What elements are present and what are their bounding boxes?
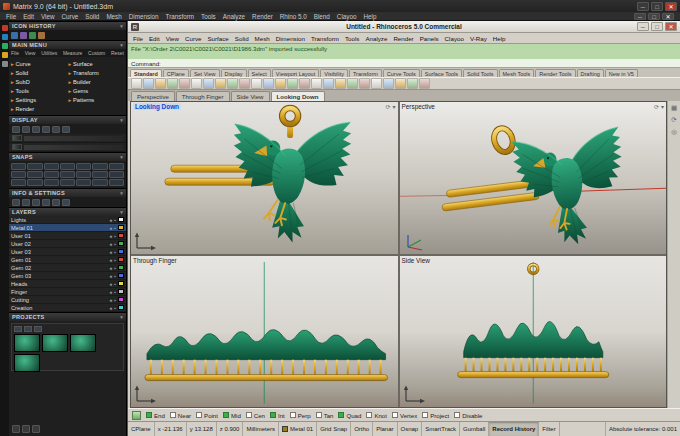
info-settings-header[interactable]: INFO & SETTINGS▾ (9, 188, 126, 197)
command-input[interactable]: Command: (128, 59, 680, 68)
icon-history-header[interactable]: ICON HISTORY▾ (9, 21, 126, 30)
rmenu-render[interactable]: Render (393, 35, 413, 42)
viewport-title[interactable]: Side View (402, 257, 430, 264)
view-rotate-icon[interactable]: ⟳ (385, 103, 390, 110)
rhino-close-icon[interactable]: ✕ (665, 22, 677, 31)
viewport-title[interactable]: Looking Down (133, 103, 181, 110)
display-preset-row[interactable] (9, 143, 126, 152)
snap-icon[interactable] (76, 171, 91, 178)
snap-icon[interactable] (11, 163, 26, 170)
panel-nav-icon[interactable] (22, 425, 30, 433)
move-icon[interactable] (263, 78, 274, 89)
maximize-icon[interactable]: □ (651, 2, 663, 11)
snap-icon[interactable] (109, 179, 124, 186)
rmenu-dimension[interactable]: Dimension (276, 35, 305, 42)
layer-color-chip[interactable] (118, 225, 124, 230)
lock-icon[interactable]: ▪ (114, 281, 116, 287)
print-icon[interactable] (167, 78, 178, 89)
history-icon[interactable] (20, 32, 27, 39)
layer-color-chip[interactable] (118, 289, 124, 294)
menu-render[interactable]: Render (252, 13, 273, 20)
layer-row[interactable]: Cutting●▪ (9, 296, 126, 304)
menu-item-render[interactable]: ▸Render (11, 104, 67, 113)
lock-icon[interactable]: ▪ (114, 241, 116, 247)
lock-icon[interactable]: ▪ (114, 249, 116, 255)
toggle-filter[interactable]: Filter (539, 422, 559, 436)
snap-icon[interactable] (27, 179, 42, 186)
checkbox-icon[interactable] (196, 412, 202, 418)
grid-toggle-icon[interactable] (395, 78, 406, 89)
snap-icon[interactable] (92, 163, 107, 170)
named-view-icon[interactable] (347, 78, 358, 89)
rail-icon[interactable] (2, 43, 8, 49)
menu-clayoo[interactable]: Clayoo (337, 13, 357, 20)
menu-analyze[interactable]: Analyze (223, 13, 245, 20)
lock-icon[interactable]: ▪ (114, 289, 116, 295)
child-restore-icon[interactable]: □ (648, 13, 660, 20)
checkbox-icon[interactable] (270, 412, 276, 418)
rail-icon[interactable] (2, 34, 8, 40)
checkbox-icon[interactable] (422, 412, 428, 418)
projects-browser[interactable] (11, 323, 124, 371)
copy-icon[interactable] (191, 78, 202, 89)
units-button[interactable]: Millimeters (243, 422, 279, 436)
layer-color-chip[interactable] (118, 217, 124, 222)
toolbar-tab-mesh-tools[interactable]: Mesh Tools (499, 69, 535, 77)
snap-icon[interactable] (60, 163, 75, 170)
history-icon[interactable] (11, 32, 18, 39)
snap-icon[interactable] (11, 171, 26, 178)
menu-item-tools[interactable]: ▸Tools (11, 86, 67, 95)
toggle-gumball[interactable]: Gumball (460, 422, 489, 436)
toolbar-tab-curve-tools[interactable]: Curve Tools (383, 69, 420, 77)
osnap-cen[interactable]: Cen (246, 412, 265, 419)
checkbox-icon[interactable] (366, 412, 372, 418)
menu-item-surface[interactable]: ▸Surface (69, 59, 125, 68)
toolbar-tab-render-tools[interactable]: Render Tools (535, 69, 575, 77)
layer-row[interactable]: Metal 01●▪ (9, 224, 126, 232)
checkbox-icon[interactable] (316, 412, 322, 418)
new-file-icon[interactable] (131, 78, 142, 89)
lock-icon[interactable]: ▪ (114, 297, 116, 303)
display-preset-row[interactable] (9, 134, 126, 143)
toggle-planar[interactable]: Planar (373, 422, 397, 436)
layer-color-chip[interactable] (118, 233, 124, 238)
view-menu-icon[interactable]: ▾ (392, 103, 395, 110)
checkbox-icon[interactable] (454, 412, 460, 418)
bulb-icon[interactable]: ● (109, 297, 112, 303)
rmenu-tools[interactable]: Tools (345, 35, 359, 42)
toolbar-tab-transform[interactable]: Transform (349, 69, 382, 77)
menu-item-gems[interactable]: ▸Gems (69, 86, 125, 95)
bulb-icon[interactable]: ● (109, 217, 112, 223)
rmenu-solid[interactable]: Solid (235, 35, 249, 42)
layer-color-chip[interactable] (118, 273, 124, 278)
rmenu-panels[interactable]: Panels (420, 35, 439, 42)
display-mode-icon[interactable] (42, 126, 50, 133)
viewport-perspective[interactable]: Perspective ⟳▾ (400, 102, 667, 254)
panel-nav-icon[interactable] (12, 425, 20, 433)
layer-row[interactable]: Gem 03●▪ (9, 272, 126, 280)
menu-file[interactable]: File (6, 13, 16, 20)
rmenu-edit[interactable]: Edit (149, 35, 160, 42)
toolbar-tab-surface-tools[interactable]: Surface Tools (421, 69, 462, 77)
menu-item-patterns[interactable]: ▸Patterns (69, 95, 125, 104)
toolbar-tab-viewport-layout[interactable]: Viewport Layout (272, 69, 319, 77)
lock-icon[interactable]: ▪ (114, 217, 116, 223)
layer-row[interactable]: Creation●▪ (9, 304, 126, 312)
paste-icon[interactable] (203, 78, 214, 89)
tab-measure[interactable]: Measure (63, 50, 82, 56)
project-tool-icon[interactable] (24, 326, 32, 332)
toolbar-tab-display[interactable]: Display (221, 69, 247, 77)
osnap-point[interactable]: Point (196, 412, 218, 419)
toolbar-tab-standard[interactable]: Standard (130, 69, 162, 77)
rmenu-view[interactable]: View (166, 35, 179, 42)
toolbar-tab-solid-tools[interactable]: Solid Tools (463, 69, 498, 77)
toolbar-tab-drafting[interactable]: Drafting (577, 69, 604, 77)
osnap-near[interactable]: Near (170, 412, 191, 419)
layer-color-chip[interactable] (118, 257, 124, 262)
osnap-mid[interactable]: Mid (223, 412, 241, 419)
render-icon[interactable] (407, 78, 418, 89)
osnap-dialog-icon[interactable] (383, 78, 394, 89)
rmenu-file[interactable]: File (133, 35, 143, 42)
viewport-through-finger[interactable]: Through Finger (131, 256, 398, 408)
viewport-tab-perspective[interactable]: Perspective (131, 91, 175, 101)
